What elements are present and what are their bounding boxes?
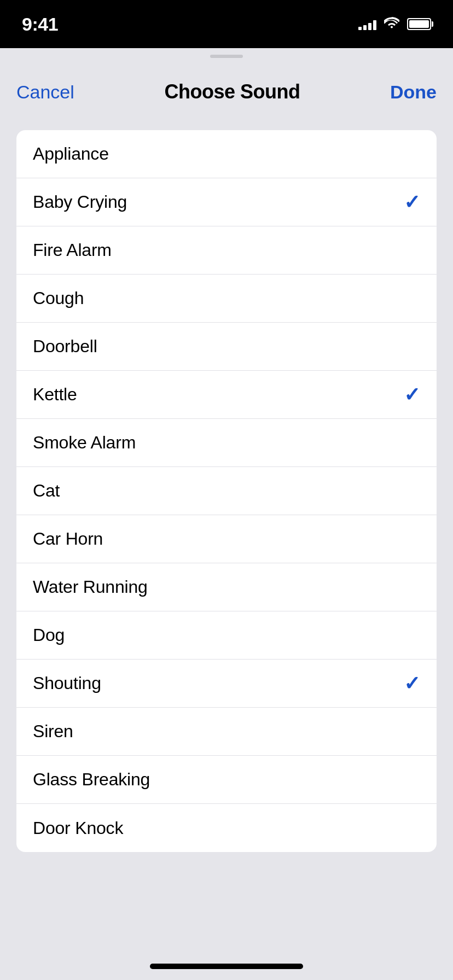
nav-bar: Cancel Choose Sound Done — [0, 65, 453, 119]
content-area: ApplianceBaby Crying✓Fire AlarmCoughDoor… — [0, 119, 453, 885]
status-icons — [358, 16, 431, 32]
done-button[interactable]: Done — [390, 81, 437, 103]
sheet-handle — [210, 55, 243, 58]
sound-label-door-knock: Door Knock — [33, 818, 123, 838]
cancel-button[interactable]: Cancel — [16, 81, 74, 103]
sound-label-siren: Siren — [33, 721, 73, 742]
checkmark-shouting: ✓ — [404, 672, 420, 695]
sound-item-door-knock[interactable]: Door Knock — [16, 804, 437, 852]
sound-item-dog[interactable]: Dog — [16, 611, 437, 660]
sound-item-doorbell[interactable]: Doorbell — [16, 323, 437, 371]
sound-label-shouting: Shouting — [33, 673, 101, 693]
signal-icon — [358, 18, 376, 30]
sound-item-siren[interactable]: Siren — [16, 708, 437, 756]
status-time: 9:41 — [22, 14, 58, 35]
sound-label-appliance: Appliance — [33, 144, 109, 164]
sound-label-car-horn: Car Horn — [33, 529, 103, 549]
home-indicator — [150, 964, 303, 969]
status-bar: 9:41 — [0, 0, 453, 48]
sound-item-cough[interactable]: Cough — [16, 275, 437, 323]
sound-item-kettle[interactable]: Kettle✓ — [16, 371, 437, 419]
sound-item-smoke-alarm[interactable]: Smoke Alarm — [16, 419, 437, 467]
sound-item-cat[interactable]: Cat — [16, 467, 437, 515]
sound-label-cough: Cough — [33, 288, 84, 308]
sound-item-appliance[interactable]: Appliance — [16, 130, 437, 178]
sound-item-glass-breaking[interactable]: Glass Breaking — [16, 756, 437, 804]
sheet-handle-area — [0, 48, 453, 65]
checkmark-kettle: ✓ — [404, 383, 420, 406]
sound-label-glass-breaking: Glass Breaking — [33, 769, 150, 790]
sound-label-kettle: Kettle — [33, 384, 77, 405]
sound-item-fire-alarm[interactable]: Fire Alarm — [16, 226, 437, 275]
sound-item-water-running[interactable]: Water Running — [16, 563, 437, 611]
sound-item-shouting[interactable]: Shouting✓ — [16, 660, 437, 708]
sound-label-fire-alarm: Fire Alarm — [33, 240, 112, 260]
sound-list: ApplianceBaby Crying✓Fire AlarmCoughDoor… — [16, 130, 437, 852]
sound-label-smoke-alarm: Smoke Alarm — [33, 433, 136, 453]
wifi-icon — [384, 16, 399, 32]
sound-item-baby-crying[interactable]: Baby Crying✓ — [16, 178, 437, 226]
sound-label-dog: Dog — [33, 625, 65, 645]
page-title: Choose Sound — [164, 80, 300, 103]
sound-label-baby-crying: Baby Crying — [33, 192, 127, 212]
battery-icon — [407, 18, 431, 30]
sound-label-doorbell: Doorbell — [33, 336, 97, 357]
sound-label-cat: Cat — [33, 481, 60, 501]
sound-label-water-running: Water Running — [33, 577, 148, 597]
checkmark-baby-crying: ✓ — [404, 191, 420, 214]
sound-item-car-horn[interactable]: Car Horn — [16, 515, 437, 563]
